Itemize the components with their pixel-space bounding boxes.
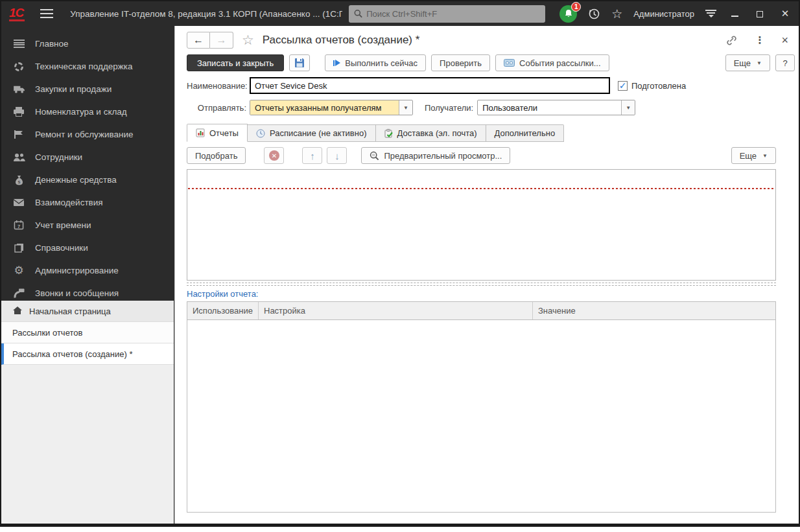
column-nastroyka[interactable]: Настройка [259, 302, 533, 319]
run-icon [333, 60, 340, 66]
catalogs-icon [12, 243, 25, 253]
prepared-label: Подготовлена [631, 81, 686, 91]
search-input[interactable] [366, 9, 540, 19]
splitter-handle[interactable] [187, 283, 776, 286]
preview-button[interactable]: Предварительный просмотр... [361, 147, 510, 164]
svg-text:s: s [18, 179, 20, 185]
lifebuoy-icon [12, 62, 25, 71]
sidebar-item-uchet-vremeni[interactable]: 7 Учет времени [1, 214, 174, 237]
prepared-checkbox[interactable]: ✓ Подготовлена [618, 81, 686, 91]
tab-dopolnitelno[interactable]: Дополнительно [486, 124, 565, 142]
save-button[interactable] [289, 54, 310, 71]
minimize-button[interactable] [727, 8, 742, 19]
recipients-label: Получатели: [425, 103, 473, 113]
chevron-down-icon[interactable]: ▼ [399, 100, 412, 115]
warehouse-icon [12, 107, 25, 117]
run-now-button[interactable]: Выполнить сейчас [325, 54, 426, 71]
add-to-favorites-icon[interactable]: ☆ [242, 32, 254, 48]
mailing-events-button[interactable]: События рассылки... [495, 54, 609, 71]
sidebar-item-nomenklatura[interactable]: Номенклатура и склад [1, 100, 174, 123]
arrow-down-icon: ↓ [335, 150, 340, 161]
more-button-top[interactable]: Еще▼ [725, 54, 770, 71]
send-mode-combobox[interactable]: Отчеты указанным получателям ▼ [250, 100, 413, 115]
history-icon[interactable] [588, 8, 600, 20]
send-field-row: Отправлять: Отчеты указанным получателям… [187, 100, 799, 115]
window-item-home[interactable]: Начальная страница [1, 301, 174, 322]
reports-tab-content: Подобрать ✕ ↑ ↓ Предварительный просмотр… [187, 147, 776, 513]
tab-otchety[interactable]: Отчеты [187, 124, 248, 142]
window-item-rassylki-otchetov[interactable]: Рассылки отчетов [1, 322, 174, 343]
current-user[interactable]: Администратор [633, 9, 694, 19]
clock-icon [256, 129, 265, 138]
send-label: Отправлять: [187, 103, 246, 113]
global-search[interactable] [349, 5, 545, 23]
magnifier-icon [370, 151, 379, 161]
check-button[interactable]: Проверить [431, 54, 490, 71]
report-settings-table[interactable]: Использование Настройка Значение [187, 301, 776, 513]
move-up-button[interactable]: ↑ [302, 147, 322, 164]
delete-icon: ✕ [269, 150, 279, 161]
column-ispolzovanie[interactable]: Использование [187, 302, 259, 319]
notification-badge: 1 [571, 2, 581, 12]
calendar-icon: 7 [12, 220, 25, 230]
tab-dostavka[interactable]: Доставка (эл. почта) [376, 124, 486, 142]
tab-raspisanie[interactable]: Расписание (не активно) [248, 124, 376, 142]
sidebar-item-tehpodderzhka[interactable]: Техническая поддержка [1, 55, 174, 78]
sidebar-item-denezhnye[interactable]: s Денежные средства [1, 168, 174, 191]
repair-flag-icon [12, 130, 25, 139]
chevron-down-icon[interactable]: ▼ [621, 100, 635, 115]
svg-text:7: 7 [18, 224, 20, 229]
sidebar-item-remont[interactable]: Ремонт и обслуживание [1, 123, 174, 146]
phone-message-icon [12, 288, 25, 298]
main-panel: ← → ☆ Рассылка отчетов (создание) * ⋮ × … [176, 26, 799, 524]
search-icon [354, 9, 362, 18]
link-icon[interactable] [725, 35, 738, 46]
notifications-button[interactable]: 1 [559, 5, 577, 23]
reports-toolbar: Подобрать ✕ ↑ ↓ Предварительный просмотр… [187, 147, 776, 164]
sidebar-item-vzaimodeystviya[interactable]: Взаимодействия [1, 191, 174, 214]
current-row-marker [188, 188, 775, 189]
move-down-button[interactable]: ↓ [327, 147, 347, 164]
pick-button[interactable]: Подобрать [187, 147, 246, 164]
delete-row-button[interactable]: ✕ [264, 147, 284, 164]
sidebar-item-spravochniki[interactable]: Справочники [1, 237, 174, 259]
titlebar: 1С Управление IT-отделом 8, редакция 3.1… [1, 1, 799, 26]
forward-button[interactable]: → [210, 32, 233, 49]
back-button[interactable]: ← [187, 32, 210, 49]
recipients-combobox[interactable]: Пользователи ▼ [477, 100, 635, 115]
more-button-reports[interactable]: Еще▼ [731, 147, 776, 164]
form-header: ← → ☆ Рассылка отчетов (создание) * ⋮ × [187, 30, 799, 50]
kebab-menu-icon[interactable]: ⋮ [755, 34, 764, 46]
main-menu-icon[interactable] [40, 9, 53, 18]
envelope-icon [12, 198, 25, 207]
settings-table-header: Использование Настройка Значение [187, 302, 775, 320]
sidebar-item-sotrudniki[interactable]: Сотрудники [1, 146, 174, 168]
people-icon [12, 153, 25, 162]
name-input[interactable] [250, 77, 610, 94]
window-item-rassylka-sozdanie[interactable]: Рассылка отчетов (создание) * [1, 343, 174, 365]
close-form-icon[interactable]: × [781, 34, 788, 46]
help-button[interactable]: ? [775, 54, 795, 71]
favorites-icon[interactable]: ☆ [611, 8, 622, 20]
arrow-up-icon: ↑ [310, 150, 315, 161]
app-window: 1С Управление IT-отделом 8, редакция 3.1… [0, 0, 800, 527]
name-label: Наименование: [187, 81, 246, 91]
1c-logo: 1С [9, 6, 25, 21]
reports-list[interactable] [187, 169, 776, 281]
discussions-icon[interactable] [705, 10, 716, 17]
sidebar-item-administrirovanie[interactable]: ⚙ Администрирование [1, 259, 174, 282]
column-znachenie[interactable]: Значение [533, 302, 775, 319]
events-journal-icon [504, 59, 515, 67]
save-and-close-button[interactable]: Записать и закрыть [187, 54, 284, 71]
truck-icon [12, 85, 25, 93]
floppy-icon [294, 58, 305, 68]
close-window-button[interactable]: ✕ [778, 8, 792, 19]
maximize-button[interactable] [753, 8, 767, 19]
sidebar-item-zakupki[interactable]: Закупки и продажи [1, 78, 174, 100]
sidebar-item-glavnoe[interactable]: Главное [1, 32, 174, 55]
report-icon [196, 128, 205, 137]
command-bar: Записать и закрыть Выполнить сейчас Пров… [187, 54, 799, 71]
home-icon [12, 306, 23, 317]
app-title: Управление IT-отделом 8, редакция 3.1 КО… [70, 9, 342, 19]
sidebar: Главное Техническая поддержка Закупки и … [1, 26, 175, 524]
